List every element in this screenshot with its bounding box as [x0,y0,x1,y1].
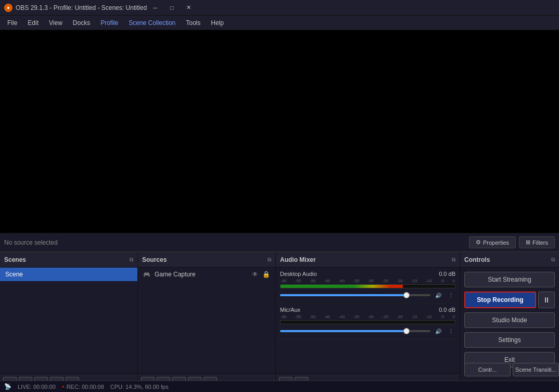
rec-timer: REC: 00:00:08 [67,384,104,390]
stop-recording-button[interactable]: Stop Recording [464,292,536,308]
network-icon: 📡 [4,383,11,390]
scenes-list: Scene [0,268,137,373]
rec-dot: ● [62,384,65,389]
properties-button[interactable]: ⚙ Properties [469,236,516,248]
cpu-status: CPU: 14.3%, 60.00 fps [110,384,169,390]
menu-edit[interactable]: Edit [22,17,44,29]
menu-view[interactable]: View [44,17,68,29]
menu-docks[interactable]: Docks [68,17,95,29]
controls-dock-title: Controls [464,256,490,263]
start-streaming-button[interactable]: Start Streaming [464,272,555,287]
pause-recording-button[interactable]: ⏸ [538,292,555,308]
menu-help[interactable]: Help [206,17,229,29]
source-type-icon: 🎮 [143,271,150,278]
mic-aux-slider[interactable] [280,330,430,332]
menu-tools[interactable]: Tools [181,17,206,29]
menu-scene-collection[interactable]: Scene Collection [123,17,181,29]
live-timer: LIVE: 00:00:00 [18,384,56,390]
controls-content: Start Streaming Stop Recording ⏸ Studio … [460,268,559,392]
desktop-audio-slider[interactable] [280,294,430,296]
contr-button[interactable]: Contr... [464,363,511,376]
controls-bottom-row: Contr... Scene Transiti... [464,363,559,376]
scenes-dock: Scenes ⧉ Scene + − ≡ ∧ ∨ [0,252,138,392]
sources-dock: Sources ⧉ 🎮 Game Capture 👁 🔒 + − ⚙ ∧ [138,252,276,392]
audio-dock-collapse[interactable]: ⧉ [452,257,455,263]
mic-aux-label: Mic/Aux [280,307,300,313]
minimize-button[interactable]: ─ [147,0,163,16]
controls-dock-collapse[interactable]: ⧉ [551,257,555,263]
audio-channels: Desktop Audio 0.0 dB -60 -55 -50 -45 -40… [276,268,460,373]
preview-row: No source selected ⚙ Properties ⊞ Filter… [0,30,559,251]
no-source-label: No source selected [4,239,466,246]
audio-dock-header: Audio Mixer ⧉ [276,252,460,268]
source-lock-icon[interactable]: 🔒 [262,271,270,278]
network-status: 📡 [4,383,11,390]
desktop-audio-meter-fill [281,285,403,288]
rec-status: ● REC: 00:00:08 [62,384,104,390]
controls-dock-header: Controls ⧉ [460,252,559,268]
mic-aux-scale: -60 -55 -50 -45 -40 -35 -30 -25 -20 -15 … [280,314,455,319]
title-bar-text: OBS 29.1.3 - Profile: Untitled - Scenes:… [16,4,147,11]
sources-dock-title: Sources [142,256,167,263]
sources-dock-collapse[interactable]: ⧉ [268,257,271,263]
preview-wrapper: No source selected ⚙ Properties ⊞ Filter… [0,30,559,251]
source-properties-bar: No source selected ⚙ Properties ⊞ Filter… [0,233,559,251]
scenes-dock-title: Scenes [4,256,26,263]
scene-transitions-button[interactable]: Scene Transiti... [513,363,559,376]
mic-aux-channel: Mic/Aux 0.0 dB -60 -55 -50 -45 -40 -35 -… [276,304,460,339]
source-item-label: Game Capture [155,271,248,278]
studio-mode-button[interactable]: Studio Mode [464,312,555,328]
live-status: LIVE: 00:00:00 [18,384,56,390]
maximize-button[interactable]: □ [163,0,180,16]
menu-bar: File Edit View Docks Profile Scene Colle… [0,16,559,30]
close-button[interactable]: ✕ [180,0,197,16]
audio-dock-title: Audio Mixer [280,256,316,263]
scene-item[interactable]: Scene [0,268,137,281]
scenes-dock-header: Scenes ⧉ [0,252,137,268]
stop-recording-row: Stop Recording ⏸ [464,292,555,308]
menu-file[interactable]: File [2,17,22,29]
docks-row: Scenes ⧉ Scene + − ≡ ∧ ∨ Sources ⧉ [0,251,559,392]
filters-button[interactable]: ⊞ Filters [519,236,555,248]
mic-aux-db: 0.0 dB [439,307,455,313]
status-bar: 📡 LIVE: 00:00:00 ● REC: 00:00:08 CPU: 14… [0,381,559,392]
filter-icon: ⊞ [526,239,530,246]
source-item[interactable]: 🎮 Game Capture 👁 🔒 [138,268,275,281]
sources-list: 🎮 Game Capture 👁 🔒 [138,268,275,373]
desktop-audio-db: 0.0 dB [439,271,455,277]
title-bar: ● OBS 29.1.3 - Profile: Untitled - Scene… [0,0,559,16]
preview-canvas [0,30,559,233]
desktop-audio-label: Desktop Audio [280,271,317,277]
menu-profile[interactable]: Profile [95,17,123,29]
source-visibility-icon[interactable]: 👁 [252,271,258,278]
obs-icon: ● [4,4,12,12]
sources-dock-header: Sources ⧉ [138,252,275,268]
cpu-label: CPU: 14.3%, 60.00 fps [110,384,169,390]
mic-aux-meter [280,320,455,324]
mic-aux-mute-button[interactable]: 🔊 [434,326,443,336]
controls-dock: Controls ⧉ Start Streaming Stop Recordin… [460,252,559,392]
desktop-audio-menu-button[interactable]: ⋮ [446,290,455,300]
desktop-audio-meter [280,284,455,288]
window-controls: ─ □ ✕ [147,0,197,16]
audio-dock: Audio Mixer ⧉ Desktop Audio 0.0 dB -60 -… [276,252,460,392]
desktop-audio-scale: -60 -55 -50 -45 -40 -35 -30 -25 -20 -15 … [280,279,455,283]
gear-icon: ⚙ [476,239,481,246]
app: ● OBS 29.1.3 - Profile: Untitled - Scene… [0,0,559,392]
mic-aux-menu-button[interactable]: ⋮ [446,326,455,336]
main-content: No source selected ⚙ Properties ⊞ Filter… [0,30,559,392]
settings-button[interactable]: Settings [464,332,555,348]
desktop-audio-channel: Desktop Audio 0.0 dB -60 -55 -50 -45 -40… [276,268,460,304]
desktop-audio-mute-button[interactable]: 🔊 [434,290,443,300]
scenes-dock-collapse[interactable]: ⧉ [130,257,133,263]
